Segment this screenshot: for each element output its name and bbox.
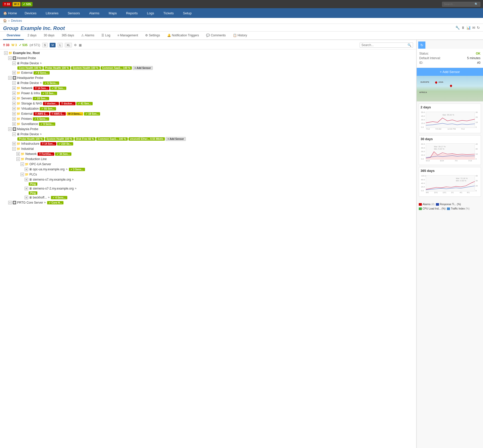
node-label[interactable]: PRTG Core Server — [17, 201, 43, 204]
sensor-tag[interactable]: Ping — [29, 191, 37, 195]
add-sensor-button[interactable]: + Add Sensor — [417, 68, 483, 76]
sensor-tag[interactable]: ✓ 55 Sen... — [40, 107, 56, 110]
refresh-icon[interactable]: ↻ — [477, 26, 480, 30]
node-label[interactable]: OPC-UA Server — [29, 162, 51, 166]
nav-libraries[interactable]: Libraries — [41, 8, 63, 18]
expand-btn[interactable]: + — [12, 112, 16, 116]
node-label[interactable]: Power & Infra — [21, 91, 40, 95]
nav-reports[interactable]: Reports — [121, 8, 142, 18]
tab-log[interactable]: ☰ Log — [98, 32, 114, 40]
sensor-tag[interactable]: Probe Health 100 % — [17, 137, 44, 141]
breadcrumb-current[interactable]: Devices — [11, 19, 22, 23]
expand-btn[interactable]: + — [12, 71, 16, 75]
node-label[interactable]: Industrial — [21, 147, 34, 151]
add-sensor-tag[interactable]: + Add Sensor — [166, 137, 186, 141]
sensor-tag[interactable]: ✓ 5 Sens... — [43, 81, 59, 85]
topbar-search-input[interactable] — [444, 3, 475, 6]
sensor-tag[interactable]: ✓ 13 Sen... — [41, 92, 57, 95]
sensor-tag[interactable]: Probe Health 100 % — [44, 66, 70, 70]
sensor-tag[interactable]: vmxnet3 Ether... 0.55 Mbit/s — [128, 137, 165, 141]
sensor-tag[interactable]: ✓ 20 Sen... — [33, 97, 49, 100]
tab-history[interactable]: 📋 History — [229, 32, 251, 40]
expand-btn[interactable]: − — [8, 127, 12, 131]
node-label[interactable]: External — [21, 71, 33, 75]
refresh-widget[interactable]: ↻ — [418, 41, 425, 49]
nav-maps[interactable]: Maps — [104, 8, 122, 18]
nav-setup[interactable]: Setup — [178, 8, 196, 18]
alert-warn-badge[interactable]: W 3 — [13, 2, 21, 6]
expand-btn[interactable]: − — [8, 201, 12, 204]
topbar-search[interactable]: 🔍 — [442, 2, 480, 7]
size-l[interactable]: L — [58, 43, 63, 47]
node-label[interactable]: Probe Device — [20, 132, 39, 136]
expand-btn[interactable]: − — [20, 162, 24, 166]
sensor-tag[interactable]: Ping — [29, 182, 37, 186]
tab-365days[interactable]: 365 days — [58, 32, 78, 40]
nav-sensors[interactable]: Sensors — [63, 8, 84, 18]
sensor-tag[interactable]: ✓ Core H... — [47, 201, 63, 204]
nav-tickets[interactable]: Tickets — [159, 8, 178, 18]
nav-alarms[interactable]: Alarms — [84, 8, 104, 18]
node-label[interactable]: Storage & NAS — [21, 102, 42, 105]
sensor-tag[interactable]: !! 14 Sen... — [40, 142, 56, 145]
sensor-tag[interactable]: W 3 Sens... — [67, 112, 83, 116]
expand-btn[interactable]: + — [25, 168, 28, 171]
node-label[interactable]: Hosted Probe — [17, 56, 36, 60]
alert-ok-badge[interactable]: ✓ 535 — [22, 2, 32, 6]
sensor-tag[interactable]: ✓ 4 Sens... — [51, 196, 67, 199]
tab-management[interactable]: ≡ Management — [114, 32, 142, 40]
size-s[interactable]: S — [42, 43, 48, 47]
sensor-tag[interactable]: ✓ 8 Sens... — [34, 71, 50, 75]
node-label[interactable]: Infrastructure — [21, 142, 39, 145]
toolbar-search-input[interactable] — [361, 43, 407, 47]
sensor-tag[interactable]: ✓ 97 Sen... — [50, 87, 66, 90]
node-label[interactable]: Probe Device — [20, 81, 39, 85]
expand-btn[interactable]: − — [4, 51, 8, 55]
chart-icon[interactable]: 📊 — [466, 26, 471, 30]
expand-btn[interactable]: + — [25, 196, 28, 199]
node-label[interactable]: siemens-s7.my.example.org — [33, 178, 71, 181]
tab-30days[interactable]: 30 days — [40, 32, 58, 40]
tab-notifications[interactable]: 🔔 Notification Triggers — [164, 32, 202, 40]
tile-view-icon[interactable]: ▦ — [79, 43, 82, 47]
expand-btn[interactable]: − — [12, 81, 16, 85]
node-label[interactable]: Probe Device — [20, 61, 39, 65]
sensor-tag[interactable]: !! docker... — [43, 102, 59, 105]
sensor-tag[interactable]: ✓ 210 Se... — [57, 142, 73, 145]
add-sensor-tag[interactable]: + Add Sensor — [133, 66, 153, 70]
size-m[interactable]: M — [50, 43, 56, 47]
sensor-tag[interactable]: ✓ 9 Sens... — [39, 122, 55, 126]
expand-btn[interactable]: + — [25, 178, 28, 181]
sensor-tag[interactable]: ✓ 5 Sens... — [33, 117, 49, 121]
node-label[interactable]: Printers — [21, 117, 32, 121]
email-icon[interactable]: ✉ — [472, 26, 475, 30]
expand-btn[interactable]: + — [12, 91, 16, 95]
expand-btn[interactable]: + — [12, 122, 16, 126]
node-label[interactable]: Network — [21, 86, 33, 90]
sensor-tag[interactable]: System Health 100 % — [71, 66, 100, 70]
node-label[interactable]: opc-ua.my.example.org — [33, 168, 65, 171]
node-label[interactable]: Virtualization — [21, 107, 39, 110]
tab-settings[interactable]: ⚙ Settings — [142, 32, 164, 40]
sensor-tag[interactable]: ✓ 41 Sen... — [76, 102, 92, 105]
sensor-tag[interactable]: ✓ 3 Sens... — [69, 168, 85, 171]
tab-2days[interactable]: 2 days — [24, 32, 40, 40]
sensor-tag[interactable]: !! 14 Sen... — [34, 87, 49, 90]
expand-btn[interactable]: − — [12, 147, 16, 151]
sensor-tag[interactable]: Core Health 100 % — [17, 66, 43, 70]
expand-btn[interactable]: + — [12, 97, 16, 100]
node-label[interactable]: siemens-s7-2.my.example.org — [33, 187, 74, 190]
sensor-tag[interactable]: !! AWS E... — [34, 112, 49, 116]
sensor-tag[interactable]: Common SaaS... 100 % — [101, 66, 132, 70]
expand-btn[interactable]: + — [12, 142, 16, 145]
nav-devices[interactable]: Devices — [20, 8, 41, 18]
expand-btn[interactable]: − — [12, 61, 16, 65]
sensor-tag[interactable]: Common SaaS... 100 % — [96, 137, 127, 141]
node-label[interactable]: PLCs — [29, 173, 37, 176]
expand-btn[interactable]: − — [12, 132, 16, 136]
settings-icon[interactable]: 🔧 — [455, 26, 460, 30]
nav-logs[interactable]: Logs — [142, 8, 159, 18]
expand-btn[interactable]: − — [8, 76, 12, 80]
expand-btn[interactable]: − — [8, 56, 12, 60]
expand-btn[interactable]: − — [16, 157, 20, 161]
